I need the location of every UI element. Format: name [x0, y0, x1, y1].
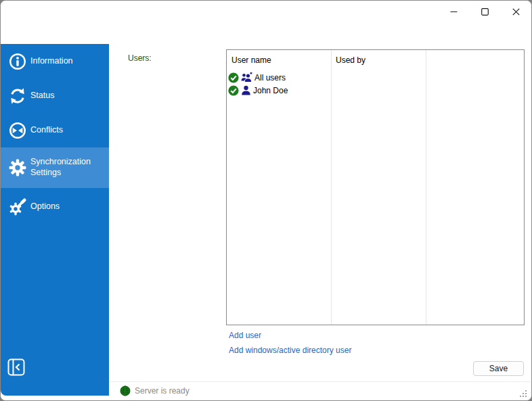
sidebar-item-conflicts[interactable]: Conflicts: [1, 113, 109, 147]
column-header-user-name[interactable]: User name: [231, 55, 271, 65]
maximize-button[interactable]: [469, 1, 500, 22]
options-gear-wrench-icon: [9, 198, 26, 216]
sidebar-item-synchronization-settings[interactable]: Synchronization Settings: [1, 147, 109, 188]
sidebar-item-label: Options: [29, 202, 65, 212]
titlebar: [1, 1, 531, 22]
minimize-button[interactable]: [438, 1, 469, 22]
table-row-john-doe[interactable]: John Doe: [228, 84, 523, 97]
users-label: Users:: [128, 53, 152, 63]
sidebar: Information Status: [1, 44, 109, 396]
main-content: Users: User name Used by: [109, 44, 531, 381]
sidebar-item-label: Conflicts: [29, 125, 68, 136]
globe-icon: [120, 385, 131, 396]
sidebar-item-options[interactable]: Options: [1, 188, 109, 225]
users-table: User name Used by: [226, 49, 525, 325]
app-header: SimpleSYN: [1, 22, 531, 44]
green-check-icon: [228, 72, 239, 83]
table-row-all-users[interactable]: All users: [228, 71, 523, 84]
sidebar-item-label: Information: [29, 56, 79, 67]
single-user-icon: [241, 85, 251, 95]
user-name: All users: [254, 73, 286, 82]
resize-grip[interactable]: [519, 388, 527, 396]
status-bar: Server is ready: [109, 381, 531, 400]
close-icon: [512, 8, 520, 16]
status-text: Server is ready: [135, 386, 190, 396]
conflicts-icon: [9, 122, 26, 139]
sidebar-item-status[interactable]: Status: [1, 78, 109, 113]
user-name: John Doe: [253, 86, 288, 95]
sidebar-item-label: Status: [29, 91, 60, 101]
gear-icon: [9, 159, 26, 176]
minimize-icon: [450, 8, 458, 16]
sidebar-item-label: Synchronization Settings: [29, 157, 109, 178]
info-icon: [9, 53, 26, 70]
add-user-link[interactable]: Add user: [229, 331, 261, 340]
maximize-icon: [481, 8, 489, 16]
sidebar-item-information[interactable]: Information: [1, 44, 109, 78]
add-windows-active-directory-user-link[interactable]: Add windows/active directory user: [229, 346, 351, 355]
collapse-sidebar-button[interactable]: [7, 358, 25, 376]
green-check-icon: [228, 85, 239, 96]
collapse-sidebar-icon: [7, 358, 25, 376]
save-button[interactable]: Save: [473, 361, 524, 376]
column-header-used-by[interactable]: Used by: [336, 55, 365, 65]
sync-icon: [9, 87, 26, 105]
group-users-icon: [241, 72, 252, 82]
close-button[interactable]: [500, 1, 531, 22]
app-window: SimpleSYN Information: [0, 0, 532, 401]
